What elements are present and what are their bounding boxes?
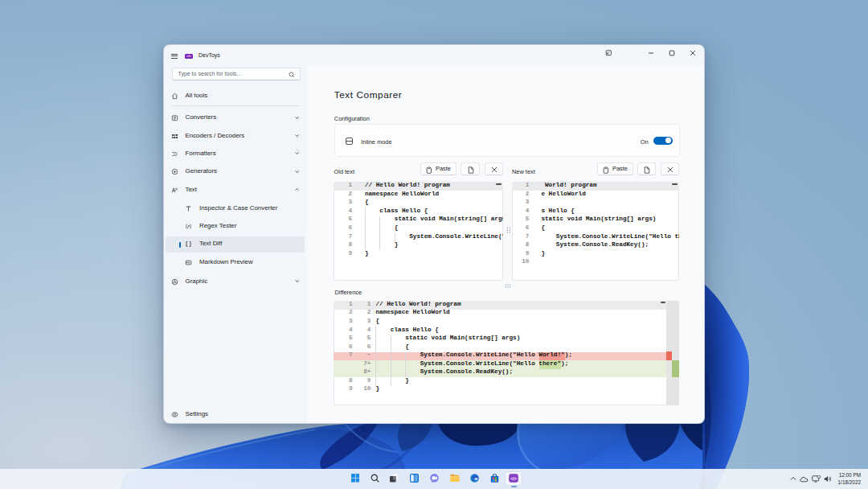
- svg-text:</>: </>: [510, 475, 517, 480]
